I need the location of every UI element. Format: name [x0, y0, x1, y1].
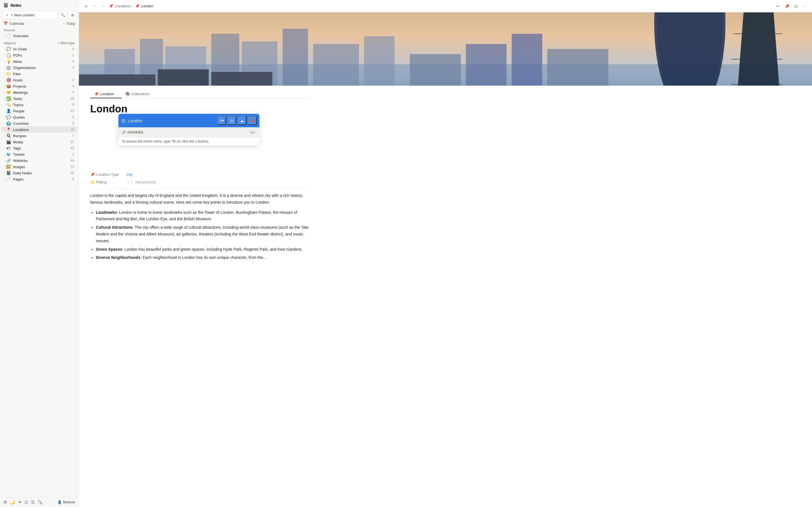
sidebar-item-pages[interactable]: › 📄 Pages 9 — [1, 176, 78, 182]
item-count: 72 — [70, 165, 74, 169]
command-bookmark-button[interactable]: 🔖 — [248, 116, 257, 125]
sidebar-item-label: Tweets — [13, 152, 24, 157]
sidebar-item-media[interactable]: › 🎬 Media 31 — [1, 139, 78, 145]
calendar-link[interactable]: 📅 Calendar — [3, 21, 24, 25]
people-icon: 👤 — [6, 109, 11, 113]
item-count: 4 — [72, 84, 74, 88]
sidebar-item-tweets[interactable]: › 🐦 Tweets 2 — [1, 151, 78, 158]
command-menu-button[interactable]: ≡▾ — [217, 116, 226, 125]
today-button[interactable]: → Today — [62, 22, 75, 25]
calendar-row: 📅 Calendar → Today — [0, 20, 79, 26]
bookmark-icon: 🔖 — [250, 118, 255, 123]
chevron-icon: › — [4, 159, 5, 162]
user-profile[interactable]: 👤 Believer — [57, 500, 75, 504]
search-button[interactable]: 🔍 — [59, 11, 67, 19]
panel-button[interactable]: ⊡ — [792, 3, 800, 10]
command-settings-button[interactable]: ⚙ ▾ — [249, 129, 256, 136]
sidebar-item-countries[interactable]: › 🌍 Countries 9 — [1, 120, 78, 126]
forward-button[interactable]: → — [99, 3, 107, 10]
layout-button[interactable]: ⊞ — [68, 11, 77, 19]
item-count: 4 — [72, 78, 74, 82]
sidebar-item-images[interactable]: › 🖼️ Images 72 — [1, 164, 78, 170]
pin-button[interactable]: 📌 — [783, 3, 791, 10]
sidebar-item-ideas[interactable]: › 💡 Ideas 4 — [1, 58, 78, 64]
sidebar-item-tags[interactable]: › 🏷 Tags 43 — [1, 145, 78, 151]
new-type-button[interactable]: + New type — [58, 41, 75, 45]
add-property-button[interactable]: ⋮⋮ Add property — [126, 180, 156, 184]
sidebar-item-goals[interactable]: › 🎯 Goals 4 — [1, 77, 78, 83]
chevron-icon: › — [4, 172, 5, 175]
list-icon[interactable]: ☰ — [31, 500, 35, 505]
sidebar: 📓 Notes ⌄ ＋ + New content 🔍 ⊞ 📅 Calendar… — [0, 0, 79, 507]
sidebar-footer: ⚙ 🌙 ✦ ⊡ ☰ 🔍 👤 Believer — [0, 497, 79, 507]
chevron-icon: › — [4, 34, 5, 38]
topbar: ≡ ← → 📌 Locations / 📌 London ✂ 📌 ⊡ — [79, 0, 812, 12]
sidebar-item-ai-chats[interactable]: › 💬 AI Chats 6 — [1, 46, 78, 52]
chevron-icon: › — [4, 48, 5, 51]
chevron-down-icon[interactable]: ⌄ — [23, 4, 26, 7]
new-content-button[interactable]: ＋ + New content — [2, 11, 57, 19]
sidebar-item-recipes[interactable]: › 🍳 Recipes 7 — [1, 133, 78, 139]
breadcrumb: 📌 Locations / 📌 London — [109, 4, 154, 8]
more-button[interactable]: ··· — [801, 3, 809, 10]
grid-dots-icon: ⋮⋮ — [126, 180, 134, 184]
pdfs-icon: 📋 — [6, 53, 11, 57]
chevron-icon: › — [4, 110, 5, 113]
settings-icon[interactable]: ⚙ — [3, 500, 7, 505]
sidebar-item-organizations[interactable]: › 🏢 Organizations 4 — [1, 64, 78, 71]
item-count: 7 — [72, 134, 74, 138]
list-view-button[interactable]: ≡ — [82, 3, 90, 10]
back-button[interactable]: ← — [91, 3, 98, 10]
location-type-value[interactable]: City — [126, 172, 133, 177]
sparkle-icon[interactable]: ✦ — [18, 500, 22, 505]
ai chats-icon: 💬 — [6, 47, 11, 51]
sidebar-item-locations[interactable]: › 📍 Locations 16 — [1, 126, 78, 133]
item-count: 4 — [72, 91, 74, 94]
command-face-button[interactable]: ⊙ — [227, 116, 236, 125]
chevron-icon: › — [4, 54, 5, 57]
topbar-nav: ≡ ← → — [82, 3, 107, 10]
sidebar-item-daily-notes[interactable]: › 📓 Daily Notes 36 — [1, 170, 78, 176]
sidebar-header: 📓 Notes ⌄ — [0, 0, 79, 10]
location-type-property: 📌 Location Type City — [90, 171, 310, 178]
ellipsis-icon: ··· — [803, 4, 807, 8]
plus-icon: ＋ — [5, 12, 9, 17]
menu-icon: ≡▾ — [219, 118, 223, 123]
search-footer-icon[interactable]: 🔍 — [38, 500, 43, 505]
item-count: 9 — [72, 103, 74, 107]
sidebar-item-topics[interactable]: › 🏷️ Topics 9 — [1, 102, 78, 108]
svg-rect-24 — [512, 34, 542, 86]
sidebar-item-quotes[interactable]: › 💬 Quotes 4 — [1, 114, 78, 120]
sidebar-item-meetings[interactable]: › 🤝 Meetings 4 — [1, 89, 78, 96]
sidebar-item-weblinks[interactable]: › 🔗 Weblinks 44 — [1, 158, 78, 164]
command-input-text[interactable]: London — [128, 118, 215, 123]
chevron-icon: › — [4, 153, 5, 156]
sidebar-item-files[interactable]: › 📁 Files — [1, 71, 78, 77]
tab-collections[interactable]: 📚 Collections — [121, 90, 153, 98]
sidebar-item-projects[interactable]: › 📦 Projects 4 — [1, 83, 78, 89]
collections-tab-icon: 📚 — [125, 92, 130, 96]
item-count: 9 — [72, 121, 74, 125]
sidebar-item-tasks[interactable]: › ✅ Tasks 29 — [1, 96, 78, 102]
item-count: 9 — [72, 177, 74, 181]
tab-location[interactable]: 📌 Location ⌄ — [90, 90, 121, 98]
sidebar-item-people[interactable]: › 👤 People 25 — [1, 108, 78, 114]
tab-chevron-icon: ⌄ — [115, 93, 117, 96]
sidebar-item-label: Projects — [13, 84, 26, 89]
organizations-icon: 🏢 — [6, 65, 11, 70]
panel-icon: ⊡ — [794, 4, 798, 8]
command-cloud-button[interactable]: ☁ — [238, 116, 246, 125]
sidebar-item-overview[interactable]: › 📄 Overview — [1, 33, 78, 39]
chevron-icon: › — [4, 147, 5, 150]
item-count: 25 — [70, 109, 74, 113]
sidebar-item-pdfs[interactable]: › 📋 PDFs 1 — [1, 52, 78, 58]
dark-mode-icon[interactable]: 🌙 — [10, 500, 15, 505]
chevron-icon: › — [4, 85, 5, 88]
sidebar-objects-list: › 💬 AI Chats 6 › 📋 PDFs 1 › 💡 Ideas 4 › … — [0, 46, 79, 182]
breadcrumb-locations-link[interactable]: Locations — [115, 4, 131, 8]
grid-icon[interactable]: ⊡ — [24, 500, 28, 505]
scissors-icon: ✂ — [776, 4, 779, 8]
cut-button[interactable]: ✂ — [774, 3, 781, 10]
calendar-icon: 📅 — [3, 21, 8, 25]
chevron-icon: › — [4, 116, 5, 119]
